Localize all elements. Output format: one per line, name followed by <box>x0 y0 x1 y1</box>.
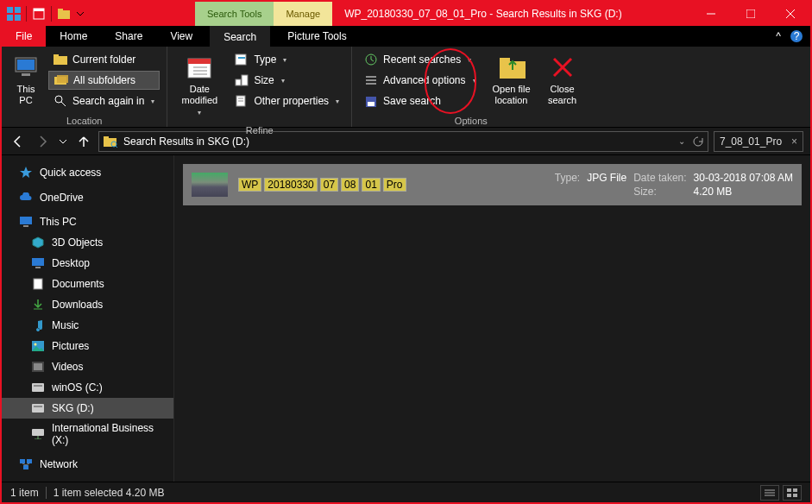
recent-locations-button[interactable] <box>57 132 69 151</box>
svg-rect-31 <box>242 75 248 85</box>
sidebar-label: Pictures <box>52 340 89 352</box>
star-icon <box>19 166 33 180</box>
sidebar-item-pictures[interactable]: Pictures <box>2 336 173 356</box>
drive-icon <box>31 381 45 394</box>
network-icon <box>19 457 33 471</box>
picture-icon <box>31 339 45 353</box>
context-tab-manage[interactable]: Manage <box>274 2 332 26</box>
svg-line-22 <box>61 102 66 106</box>
open-file-location-button[interactable]: Open file location <box>487 50 537 110</box>
breadcrumb-dropdown-icon[interactable]: ⌄ <box>678 136 685 146</box>
svg-rect-76 <box>787 494 791 497</box>
separator <box>26 6 27 22</box>
sidebar-label: This PC <box>40 216 77 228</box>
svg-rect-1 <box>15 7 21 13</box>
chevron-down-icon: ▾ <box>198 109 201 117</box>
close-search-button[interactable]: Close search <box>542 50 583 110</box>
svg-rect-52 <box>35 267 41 268</box>
sidebar-label: OneDrive <box>40 192 84 204</box>
refresh-icon[interactable] <box>692 135 704 148</box>
tab-view[interactable]: View <box>156 26 206 47</box>
sidebar-item-3d-objects[interactable]: 3D Objects <box>2 232 173 253</box>
this-pc-button[interactable]: This PC <box>9 50 43 110</box>
svg-rect-17 <box>54 56 67 65</box>
sidebar-item-music[interactable]: Music <box>2 315 173 336</box>
type-button[interactable]: Type ▾ <box>230 50 344 69</box>
ribbon: This PC Current folder All subfolders Se… <box>2 47 810 128</box>
svg-rect-20 <box>57 75 68 83</box>
svg-rect-53 <box>34 279 42 289</box>
properties-icon[interactable] <box>32 7 46 21</box>
folder-icon <box>54 53 67 66</box>
sidebar-item-desktop[interactable]: Desktop <box>2 253 173 274</box>
back-button[interactable] <box>9 132 28 151</box>
date-modified-button[interactable]: Date modified ▾ <box>174 50 224 120</box>
svg-line-69 <box>22 463 26 465</box>
new-folder-icon[interactable] <box>57 7 71 21</box>
maximize-button[interactable] <box>731 2 771 26</box>
svg-text:?: ? <box>794 30 800 42</box>
collapse-ribbon-icon[interactable]: ^ <box>776 30 781 42</box>
current-folder-button[interactable]: Current folder <box>48 50 160 69</box>
sidebar-item-videos[interactable]: Videos <box>2 356 173 377</box>
sidebar-label: 3D Objects <box>52 236 103 249</box>
pc-icon <box>12 54 40 81</box>
meta-key: Type: <box>555 172 580 184</box>
close-search-label: Close search <box>548 84 576 106</box>
close-button[interactable] <box>771 2 810 26</box>
thumbnails-view-button[interactable] <box>783 485 802 501</box>
other-properties-button[interactable]: Other properties ▾ <box>230 91 344 110</box>
svg-rect-66 <box>20 459 25 463</box>
up-button[interactable] <box>74 132 93 151</box>
match-part: 01 <box>362 178 380 192</box>
help-icon[interactable]: ? <box>790 29 803 43</box>
svg-rect-51 <box>32 258 44 266</box>
meta-value: JPG File <box>587 172 626 184</box>
details-view-button[interactable] <box>760 485 779 501</box>
sidebar-item-network[interactable]: Network <box>2 454 173 475</box>
tab-home[interactable]: Home <box>46 26 101 47</box>
minimize-button[interactable] <box>691 2 731 26</box>
sidebar-item-skg[interactable]: SKG (D:) <box>2 398 173 419</box>
search-box[interactable]: 7_08_01_Pro × <box>714 131 803 152</box>
sidebar-item-downloads[interactable]: Downloads <box>2 294 173 315</box>
document-icon <box>31 277 45 291</box>
clear-search-icon[interactable]: × <box>791 135 797 148</box>
search-result-row[interactable]: WP 20180330 07 08 01 Pro Type: JPG File … <box>183 164 802 205</box>
open-file-location-label: Open file location <box>493 84 531 106</box>
current-folder-label: Current folder <box>72 54 135 66</box>
size-icon <box>235 73 249 87</box>
search-icon <box>54 94 67 108</box>
size-button[interactable]: Size ▾ <box>230 71 344 90</box>
file-menu[interactable]: File <box>2 26 46 47</box>
svg-rect-0 <box>7 7 13 13</box>
svg-rect-29 <box>238 57 245 59</box>
pc-icon <box>19 215 33 229</box>
sidebar-item-quick-access[interactable]: Quick access <box>2 162 173 183</box>
results-pane[interactable]: WP 20180330 07 08 01 Pro Type: JPG File … <box>174 155 810 482</box>
sidebar-item-this-pc[interactable]: This PC <box>2 211 173 232</box>
tab-share[interactable]: Share <box>101 26 156 47</box>
svg-rect-75 <box>793 488 797 492</box>
svg-rect-5 <box>34 9 44 11</box>
context-tab-search-tools[interactable]: Search Tools <box>195 2 274 26</box>
forward-button[interactable] <box>33 132 52 151</box>
navigation-pane: Quick access OneDrive This PC 3D Objects… <box>2 155 174 482</box>
all-subfolders-button[interactable]: All subfolders <box>48 71 160 90</box>
sidebar-item-onedrive[interactable]: OneDrive <box>2 187 173 208</box>
sidebar-item-winos[interactable]: winOS (C:) <box>2 377 173 398</box>
tab-search[interactable]: Search <box>210 26 270 47</box>
search-folder-icon <box>103 135 118 148</box>
save-icon <box>364 94 378 108</box>
sidebar-item-intl-business[interactable]: International Business (X:) <box>2 419 173 450</box>
tab-picture-tools[interactable]: Picture Tools <box>274 26 360 47</box>
type-icon <box>235 53 249 66</box>
search-again-button[interactable]: Search again in ▾ <box>48 91 160 110</box>
qat-dropdown-icon[interactable] <box>76 7 85 21</box>
svg-rect-62 <box>34 406 42 407</box>
sidebar-label: Videos <box>52 361 83 373</box>
sidebar-item-documents[interactable]: Documents <box>2 274 173 294</box>
folders-icon <box>54 73 68 87</box>
match-part: 07 <box>320 178 338 192</box>
quick-access-toolbar <box>2 6 85 22</box>
